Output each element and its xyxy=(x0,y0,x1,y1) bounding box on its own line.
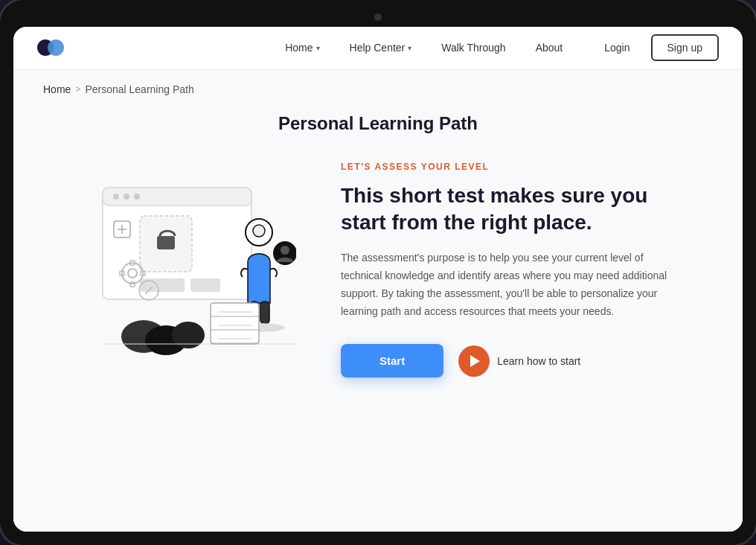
breadcrumb-current: Personal Learning Path xyxy=(85,83,193,95)
tablet-frame: Home ▾ Help Center ▾ Walk Through About … xyxy=(0,0,756,545)
assess-label: LET'S ASSESS YOUR LEVEL xyxy=(341,162,668,172)
learn-how-text: Learn how to start xyxy=(497,355,580,367)
svg-rect-31 xyxy=(211,303,259,344)
cta-row: Start Learn how to start xyxy=(341,344,668,377)
svg-rect-6 xyxy=(157,236,175,249)
main-description: The assessment's purpose is to help you … xyxy=(341,249,668,320)
page-content: Home > Personal Learning Path Personal L… xyxy=(13,68,743,532)
tablet-camera xyxy=(374,13,382,21)
logo-circle-right xyxy=(48,39,64,56)
hero-illustration xyxy=(58,165,296,374)
chevron-down-icon: ▾ xyxy=(408,44,411,52)
logo-icon xyxy=(37,34,65,62)
svg-point-4 xyxy=(134,194,140,200)
breadcrumb: Home > Personal Learning Path xyxy=(13,68,743,101)
svg-rect-23 xyxy=(260,302,269,324)
main-heading: This short test makes sure you start fro… xyxy=(341,182,668,237)
nav-logo[interactable] xyxy=(37,34,65,62)
right-content: LET'S ASSESS YOUR LEVEL This short test … xyxy=(341,162,668,378)
svg-point-21 xyxy=(253,225,265,237)
breadcrumb-home[interactable]: Home xyxy=(43,83,71,95)
tablet-screen: Home ▾ Help Center ▾ Walk Through About … xyxy=(13,27,743,532)
navbar: Home ▾ Help Center ▾ Walk Through About … xyxy=(13,27,743,68)
nav-links: Home ▾ Help Center ▾ Walk Through About xyxy=(273,36,574,60)
nav-walkthrough-label: Walk Through xyxy=(441,42,505,54)
nav-item-about[interactable]: About xyxy=(524,36,575,60)
play-triangle-icon xyxy=(470,355,480,367)
main-section: LET'S ASSESS YOUR LEVEL This short test … xyxy=(13,158,743,411)
play-button-icon xyxy=(458,345,490,377)
learn-how-button[interactable]: Learn how to start xyxy=(458,345,580,377)
nav-about-label: About xyxy=(536,42,563,54)
page-title-section: Personal Learning Path xyxy=(13,101,743,158)
svg-point-3 xyxy=(124,194,129,200)
svg-rect-8 xyxy=(190,278,220,292)
svg-point-2 xyxy=(113,194,119,200)
nav-item-home[interactable]: Home ▾ xyxy=(273,36,331,60)
chevron-down-icon: ▾ xyxy=(316,44,320,52)
start-button[interactable]: Start xyxy=(341,344,443,377)
signup-button[interactable]: Sign up xyxy=(651,34,719,61)
svg-point-26 xyxy=(281,246,289,255)
nav-item-help-center[interactable]: Help Center ▾ xyxy=(338,36,424,60)
nav-auth: Login Sign up xyxy=(592,34,719,61)
nav-item-walk-through[interactable]: Walk Through xyxy=(429,36,517,60)
illustration-container xyxy=(58,158,296,381)
nav-home-label: Home xyxy=(285,42,313,54)
nav-help-label: Help Center xyxy=(350,42,406,54)
login-button[interactable]: Login xyxy=(592,36,641,60)
breadcrumb-separator: > xyxy=(75,84,80,95)
page-title: Personal Learning Path xyxy=(13,113,743,134)
svg-point-29 xyxy=(172,322,205,348)
